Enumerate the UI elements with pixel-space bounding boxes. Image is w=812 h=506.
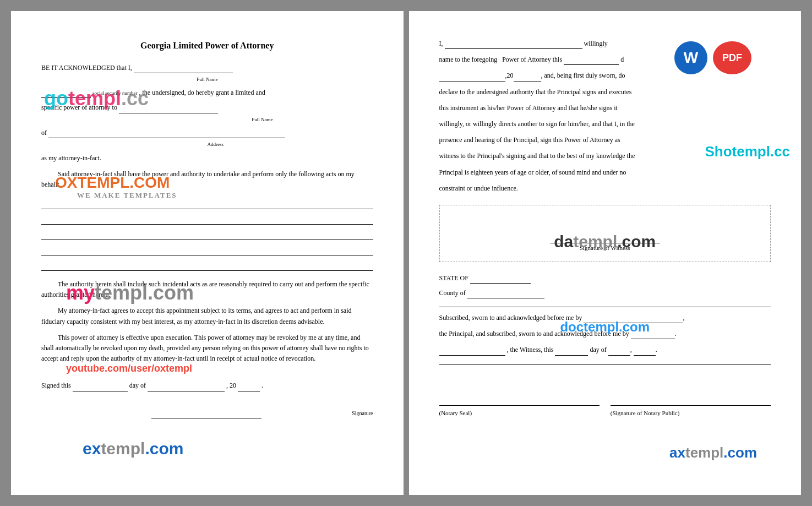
attorney-agrees-para: My attorney-in-fact agrees to accept thi… (41, 306, 373, 327)
address-field: Address (41, 140, 373, 148)
page2-para-declare: declare to the undersigned authority tha… (439, 87, 771, 97)
subscribed-line-3: , the Witness, this day of , . (439, 345, 771, 355)
watermark-wetempl: WE MAKE TEMPLATES (77, 190, 177, 202)
address-line (48, 130, 285, 138)
full-name-field-1: Full Name (41, 75, 373, 83)
notary-area: (Notary Seal) (Signature of Notary Publi… (439, 405, 771, 418)
notary-seal-col: (Notary Seal) (439, 405, 600, 418)
watermark-youtube: youtube.com/user/oxtempl (66, 361, 192, 377)
page-1: gotempl.cc OXTEMPL.COM WE MAKE TEMPLATES… (11, 11, 404, 495)
principal-name-line-1 (134, 66, 233, 73)
signed-year-line (238, 384, 260, 391)
separator-line (439, 307, 771, 307)
page2-para-date: ,20, and, being first duly sworn, do (439, 70, 771, 81)
signature-label: Signature (263, 409, 373, 418)
signed-this-line: Signed this day of , 20 . (41, 380, 373, 391)
watermark-axtempl: axtempl.com (669, 442, 757, 465)
watermark-extempl: extempl.com (83, 436, 183, 462)
page2-para-willingly: willingly, or willingly directs another … (439, 119, 771, 129)
attorney-in-fact-line: as my attorney-in-fact. (41, 153, 373, 164)
notary-sig-box (439, 364, 771, 397)
full-name-field-2: Full Name (41, 116, 373, 123)
blank-line-3 (41, 229, 373, 240)
state-line: STATE OF (439, 273, 771, 284)
page2-para-constraint: constraint or undue influence. (439, 183, 771, 194)
gotempl-text: gotempl.cc (44, 87, 149, 110)
effective-para: This power of attorney is effective upon… (41, 333, 373, 364)
watermark-datempl: datempl.com (554, 228, 656, 255)
acts-blank-lines (41, 198, 373, 271)
county-line: County of (439, 288, 771, 298)
badge-w: W (674, 41, 707, 74)
notary-sig-col: (Signature of Notary Public) (611, 405, 771, 418)
signature-block: Signature (41, 408, 373, 418)
of-address-line: of (41, 128, 373, 138)
page-title: Georgia Limited Power of Attorney (41, 39, 373, 53)
signed-month-line (148, 384, 225, 391)
watermark-shotempl: Shotempl.cc (705, 140, 790, 164)
watermark-gotempl: gotempl.cc (44, 83, 149, 115)
signed-date-line (73, 384, 128, 391)
state-value-line (470, 276, 531, 284)
page2-name-line (445, 41, 582, 49)
county-value-line (467, 291, 544, 298)
page-2: W PDF Shotempl.cc datempl.com doctempl.c… (409, 11, 802, 495)
blank-line-2 (41, 214, 373, 225)
page2-para-eighteen: Principal is eighteen years of age or ol… (439, 167, 771, 178)
badge-pdf: PDF (713, 41, 751, 74)
acknowledged-line: BE IT ACKNOWLEDGED that I, (41, 63, 373, 73)
watermark-doctempl: doctempl.com (560, 317, 650, 338)
watermark-mytempl: mytempl.com (66, 277, 194, 309)
pages-container: gotempl.cc OXTEMPL.COM WE MAKE TEMPLATES… (11, 11, 801, 495)
blank-line-5 (41, 260, 373, 271)
signature-line (151, 411, 261, 418)
page2-para-instrument: this instrument as his/her Power of Atto… (439, 103, 771, 113)
blank-line-4 (41, 244, 373, 255)
